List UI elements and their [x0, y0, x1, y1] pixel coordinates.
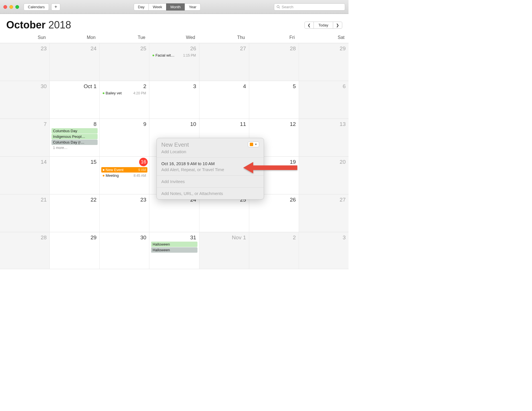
day-number: 28	[290, 45, 297, 52]
day-headers: SunMonTueWedThuFriSat	[0, 33, 349, 43]
calendar-event[interactable]: Halloween	[151, 242, 197, 247]
day-header: Thu	[199, 33, 249, 43]
day-cell[interactable]: 8Columbus DayIndigenous Peopl…Columbus D…	[50, 119, 100, 156]
day-cell[interactable]: 22	[50, 194, 100, 232]
event-title: Meeting	[106, 173, 132, 178]
day-cell[interactable]: 26Facial wit…1:15 PM	[149, 43, 199, 81]
day-number: Oct 1	[84, 83, 98, 90]
day-cell[interactable]: 23	[0, 43, 50, 81]
day-number: 23	[41, 45, 48, 52]
day-cell[interactable]: 31HalloweenHalloween	[149, 232, 199, 269]
week-row: 21222324252627	[0, 194, 349, 232]
day-cell[interactable]: 24	[149, 194, 199, 232]
view-day-button[interactable]: Day	[134, 3, 149, 11]
calendar-color-picker[interactable]: ▼	[248, 142, 259, 147]
day-cell[interactable]: 25	[100, 43, 149, 81]
event-title: New Event	[106, 168, 137, 172]
add-event-button[interactable]: +	[51, 3, 60, 11]
view-year-button[interactable]: Year	[185, 3, 201, 11]
day-cell[interactable]: 2Bailey vet4:20 PM	[100, 81, 149, 119]
event-time: 1:15 PM	[183, 53, 196, 57]
day-cell[interactable]: 9	[100, 119, 149, 156]
day-number: 29	[340, 45, 347, 52]
calendar-event[interactable]: Indigenous Peopl…	[51, 134, 98, 139]
calendar-event[interactable]: Bailey vet4:20 PM	[101, 90, 147, 96]
event-alert-field[interactable]: Add Alert, Repeat, or Travel Time	[161, 167, 259, 172]
event-invitees-field[interactable]: Add Invitees	[161, 179, 259, 184]
toolbar: Calendars + DayWeekMonthYear	[0, 0, 349, 14]
view-week-button[interactable]: Week	[149, 3, 166, 11]
day-number: 24	[90, 45, 98, 52]
day-cell[interactable]: 26	[249, 194, 299, 232]
event-title-input[interactable]: New Event	[161, 142, 189, 148]
day-number: Nov 1	[232, 234, 247, 241]
day-cell[interactable]: 4	[199, 81, 249, 119]
day-number: 19	[290, 158, 297, 165]
day-cell[interactable]: 14	[0, 157, 50, 194]
close-window-button[interactable]	[3, 5, 7, 9]
day-cell[interactable]: 24	[50, 43, 100, 81]
day-cell[interactable]: 13	[299, 119, 349, 156]
day-cell[interactable]: 27	[299, 194, 349, 232]
day-cell[interactable]: 15	[50, 157, 100, 194]
prev-month-button[interactable]: ❮	[304, 22, 314, 29]
day-cell[interactable]: 3	[299, 232, 349, 269]
day-cell[interactable]: 3	[149, 81, 199, 119]
day-cell[interactable]: Oct 1	[50, 81, 100, 119]
day-number: 2	[143, 83, 148, 90]
day-header: Mon	[50, 33, 100, 43]
calendar-event[interactable]: New Event9 AM	[101, 167, 147, 173]
day-number: 27	[240, 45, 247, 52]
event-title: Indigenous Peopl…	[53, 134, 96, 139]
day-cell[interactable]: 20	[299, 157, 349, 194]
day-cell[interactable]: 25	[199, 194, 249, 232]
day-cell[interactable]: 29	[299, 43, 349, 81]
calendar-event[interactable]: Columbus Day (r…	[51, 140, 98, 145]
calendar-event[interactable]: Facial wit…1:15 PM	[151, 53, 197, 58]
next-month-button[interactable]: ❯	[333, 22, 342, 29]
calendar-event[interactable]: Halloween	[151, 247, 197, 253]
calendar-event[interactable]: Meeting8:45 AM	[101, 173, 147, 178]
day-cell[interactable]: 29	[50, 232, 100, 269]
day-cell[interactable]: 5	[249, 81, 299, 119]
day-header: Wed	[149, 33, 199, 43]
day-cell[interactable]: 6	[299, 81, 349, 119]
event-datetime-field[interactable]: Oct 16, 2018 9 AM to 10 AM	[161, 161, 259, 166]
view-month-button[interactable]: Month	[166, 3, 185, 11]
day-number: 30	[41, 83, 48, 90]
calendar-event[interactable]: Columbus Day	[51, 128, 98, 134]
day-cell[interactable]: Nov 1	[199, 232, 249, 269]
today-badge: 16	[139, 158, 148, 166]
day-number: 26	[290, 196, 297, 203]
view-segmented-control: DayWeekMonthYear	[134, 3, 201, 11]
day-cell[interactable]: 28	[0, 232, 50, 269]
day-header: Sun	[0, 33, 50, 43]
day-cell[interactable]: 23	[100, 194, 149, 232]
calendars-button[interactable]: Calendars	[24, 3, 49, 11]
maximize-window-button[interactable]	[15, 5, 19, 9]
event-location-input[interactable]: Add Location	[161, 149, 189, 154]
day-number: 30	[140, 234, 147, 241]
today-button[interactable]: Today	[314, 22, 333, 29]
day-cell[interactable]: 16New Event9 AMMeeting8:45 AM	[100, 157, 149, 194]
event-notes-field[interactable]: Add Notes, URL, or Attachments	[161, 191, 259, 196]
event-editor-popover: New Event Add Location ▼ Oct 16, 2018 9 …	[156, 138, 264, 200]
day-number: 20	[340, 158, 347, 165]
search-input[interactable]	[282, 5, 343, 9]
day-cell[interactable]: 30	[100, 232, 149, 269]
day-cell[interactable]: 28	[249, 43, 299, 81]
day-number: 13	[340, 121, 347, 127]
day-header: Sat	[299, 33, 349, 43]
more-events-link[interactable]: 1 more…	[51, 145, 98, 150]
day-cell[interactable]: 30	[0, 81, 50, 119]
day-header: Tue	[100, 33, 149, 43]
day-cell[interactable]: 21	[0, 194, 50, 232]
day-number: 5	[293, 83, 297, 90]
day-cell[interactable]: 7	[0, 119, 50, 156]
day-number: 25	[140, 45, 147, 52]
search-field[interactable]	[274, 3, 345, 11]
minimize-window-button[interactable]	[9, 5, 13, 9]
day-number: 6	[343, 83, 347, 90]
day-cell[interactable]: 2	[249, 232, 299, 269]
day-cell[interactable]: 27	[199, 43, 249, 81]
